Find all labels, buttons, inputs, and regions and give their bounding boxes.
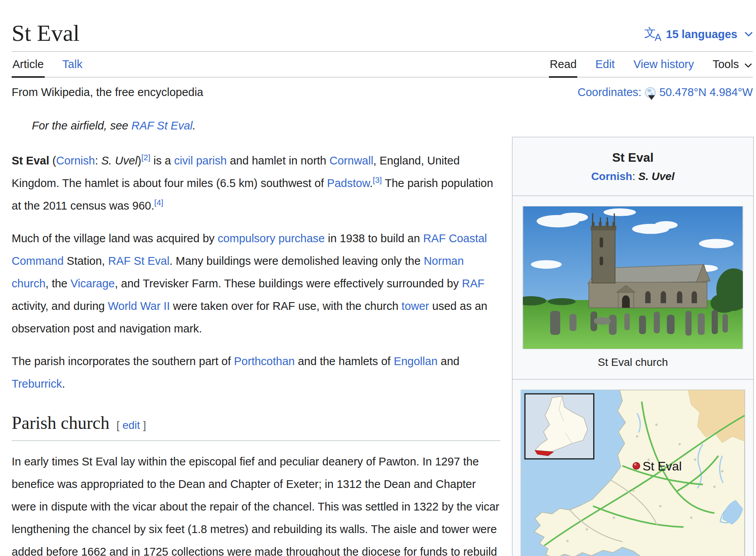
engollan-link[interactable]: Engollan: [394, 355, 437, 367]
infobox-native-name: Cornish: S. Uvel: [516, 166, 749, 190]
tower-link[interactable]: tower: [402, 300, 429, 312]
page-tabs: Article Talk: [12, 52, 83, 77]
hatnote-period: .: [193, 119, 196, 132]
ref-3[interactable]: [3]: [373, 175, 382, 184]
tab-view-history[interactable]: View history: [632, 52, 695, 78]
hatnote: For the airfield, see RAF St Eval.: [12, 114, 500, 137]
infobox-map-cell: St Eval Location within Cornwall: [512, 379, 753, 556]
chevron-down-icon: [744, 63, 752, 68]
uk-inset-map: [525, 394, 594, 459]
page-title: St Eval: [12, 20, 80, 46]
coordinates-value-link[interactable]: 50.478°N 4.984°W: [659, 86, 753, 99]
treburrick-link[interactable]: Treburrick: [12, 378, 62, 390]
infobox-photo-cell: St Eval church: [512, 196, 753, 379]
native-name-inline: S. Uvel: [101, 154, 138, 167]
chevron-down-icon: [744, 31, 753, 37]
infobox-header: St Eval Cornish: S. Uvel: [512, 137, 753, 196]
edit-section-link[interactable]: edit: [122, 419, 140, 431]
padstow-link[interactable]: Padstow: [327, 177, 370, 189]
tab-bar: Article Talk Read Edit View history Tool…: [12, 52, 753, 77]
infobox-title: St Eval: [516, 143, 749, 166]
intro-paragraph-1: St Eval (Cornish: S. Uvel)[2] is a civil…: [12, 149, 500, 217]
globe-coordinates-icon[interactable]: [645, 87, 656, 98]
article-content: St Eval Cornish: S. Uvel: [12, 114, 753, 556]
tab-read[interactable]: Read: [549, 52, 577, 78]
ref-2[interactable]: [2]: [141, 153, 150, 162]
tab-talk[interactable]: Talk: [62, 52, 84, 78]
cornish-link[interactable]: Cornish: [56, 154, 95, 167]
tagline-row: From Wikipedia, the free encyclopedia Co…: [12, 86, 753, 99]
raf-st-eval-link[interactable]: RAF St Eval: [131, 119, 192, 132]
languages-label: 15 languages: [666, 28, 737, 41]
view-tabs: Read Edit View history Tools: [549, 52, 753, 77]
coordinates: Coordinates: 50.478°N 4.984°W: [578, 86, 753, 99]
world-war-ii-link[interactable]: World War II: [108, 300, 170, 312]
article-header: St Eval 文A 15 languages: [12, 0, 753, 52]
intro-paragraph-2: Much of the village land was acquired by…: [12, 227, 500, 340]
tab-article[interactable]: Article: [12, 52, 45, 78]
article-body: For the airfield, see RAF St Eval. St Ev…: [12, 114, 500, 556]
cornish-language-link[interactable]: Cornish: [591, 170, 632, 182]
vicarage-link[interactable]: Vicarage: [71, 277, 115, 290]
photo-caption: St Eval church: [516, 353, 749, 374]
site-tagline: From Wikipedia, the free encyclopedia: [12, 86, 203, 99]
compulsory-purchase-link[interactable]: compulsory purchase: [218, 232, 325, 245]
svg-text:St Eval: St Eval: [643, 459, 682, 473]
section-heading-parish-church: Parish church [ edit ]: [12, 412, 500, 441]
wikipedia-article-page: St Eval 文A 15 languages Article Talk Rea…: [0, 0, 756, 556]
cornwall-location-map[interactable]: St Eval: [521, 390, 745, 556]
civil-parish-link[interactable]: civil parish: [174, 154, 226, 167]
edit-section: [ edit ]: [117, 419, 146, 432]
parish-church-paragraph-1: In early times St Eval lay within the ep…: [12, 450, 500, 556]
translate-icon: 文A: [644, 26, 661, 42]
coordinates-label-link[interactable]: Coordinates:: [578, 86, 641, 99]
coordinates-dropdown-arrow: [648, 95, 655, 100]
cornwall-link[interactable]: Cornwall: [329, 154, 373, 167]
st-eval-church-photo[interactable]: [523, 206, 743, 349]
section-title: Parish church: [12, 412, 110, 434]
native-name: S. Uvel: [638, 170, 674, 182]
intro-paragraph-3: The parish incorporates the southern par…: [12, 350, 500, 395]
languages-button[interactable]: 文A 15 languages: [644, 26, 753, 46]
raf-link[interactable]: RAF: [462, 277, 484, 290]
subject-bold: St Eval: [12, 154, 49, 167]
ref-4[interactable]: [4]: [154, 198, 163, 207]
raf-st-eval-link[interactable]: RAF St Eval: [108, 255, 169, 267]
infobox: St Eval Cornish: S. Uvel: [512, 137, 754, 556]
hatnote-text: For the airfield, see: [32, 119, 131, 132]
native-name-separator: :: [632, 170, 638, 182]
porthcothan-link[interactable]: Porthcothan: [234, 355, 294, 367]
tab-edit[interactable]: Edit: [594, 52, 615, 78]
tools-label: Tools: [712, 58, 739, 70]
tools-menu[interactable]: Tools: [712, 52, 753, 78]
